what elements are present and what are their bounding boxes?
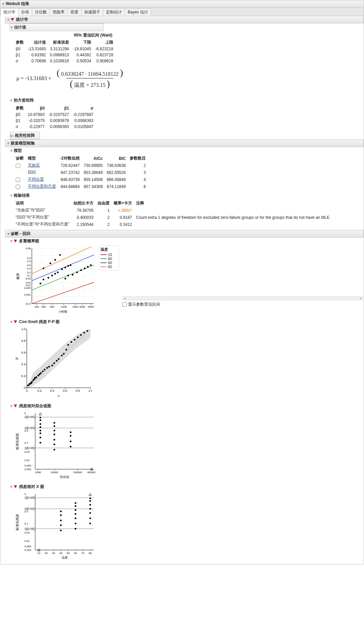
resid-x-chart[interactable]: Q[0.95]Q[0.50]Q[0.05]10203040506070800.0… (15, 492, 363, 559)
svg-text:0.005: 0.005 (24, 287, 31, 290)
svg-text:Q[0.95]: Q[0.95] (24, 415, 35, 419)
disclosure-icon[interactable] (7, 141, 9, 145)
tab-2[interactable]: 分位数 (32, 8, 50, 16)
svg-point-198 (89, 523, 91, 524)
svg-point-147 (40, 419, 41, 421)
svg-point-154 (54, 425, 55, 427)
tab-1[interactable]: 分布 (18, 8, 32, 16)
svg-text:0.2: 0.2 (38, 389, 42, 392)
coxsnell-chart[interactable]: 000.20.20.40.40.60.60.80.81.01.0uP (15, 327, 363, 398)
svg-text:P: P (15, 357, 19, 360)
resid-x-title: 残差相对 X 图 (19, 484, 44, 490)
disclosure-icon[interactable] (10, 193, 12, 198)
svg-point-105 (86, 330, 88, 332)
svg-point-33 (64, 278, 66, 279)
diag-title: 诊断 - 回归 (11, 231, 31, 237)
coxsnell-header: Cox-Snell 残差 P-P 图 (10, 318, 364, 325)
show-ci-checkbox[interactable]: 显示参数置信区间 (122, 302, 363, 307)
resid-fit-title: 残差相对拟合值图 (19, 403, 51, 409)
hotspot-icon[interactable] (11, 18, 14, 21)
disclosure-icon[interactable] (11, 133, 13, 138)
cov-header: 协方差矩阵 (10, 97, 364, 104)
hotspot-icon[interactable] (14, 485, 17, 488)
svg-point-155 (54, 422, 55, 424)
show-ci-input[interactable] (122, 302, 127, 307)
svg-point-201 (89, 508, 91, 510)
svg-text:0.8: 0.8 (76, 389, 80, 392)
disclosure-icon[interactable] (10, 98, 12, 103)
svg-point-24 (43, 278, 44, 280)
tab-0[interactable]: 统计学 (0, 8, 18, 16)
svg-point-195 (75, 509, 76, 511)
disclosure-icon[interactable] (10, 485, 12, 489)
disclosure-icon[interactable] (7, 232, 9, 236)
model-link[interactable]: 无效应 (28, 163, 40, 168)
svg-point-44 (59, 254, 61, 256)
svg-text:100000: 100000 (73, 471, 82, 474)
svg-point-102 (77, 336, 79, 338)
svg-text:2000: 2000 (35, 471, 41, 474)
svg-text:Q[0.05]: Q[0.05] (24, 527, 35, 531)
disclosure-icon[interactable] (10, 404, 12, 408)
svg-point-85 (38, 375, 39, 376)
svg-point-28 (57, 271, 59, 273)
disclosure-icon[interactable] (11, 25, 13, 29)
svg-text:0.005: 0.005 (24, 545, 32, 548)
tab-3[interactable]: 危险率 (50, 8, 68, 16)
disclosure-icon[interactable] (7, 17, 9, 22)
multi-prob-chart[interactable]: 20030050010002000300050001e-40.0010.0050… (15, 247, 96, 314)
svg-point-29 (61, 268, 63, 270)
models-header: 模型 (10, 147, 364, 154)
svg-text:拟合值: 拟合值 (60, 475, 69, 479)
svg-point-190 (60, 510, 62, 512)
tab-5[interactable]: 加速因子 (81, 8, 103, 16)
model-link[interactable]: 不同位置 (28, 177, 44, 182)
svg-text:0.5: 0.5 (24, 429, 28, 432)
tab-6[interactable]: 定制估计 (103, 8, 125, 16)
corr-header[interactable]: 相关性矩阵 (10, 132, 40, 139)
tab-bar: 统计学分布分位数危险率密度加速因子定制估计Bayes 估计 (0, 8, 364, 16)
svg-point-191 (75, 528, 76, 530)
svg-point-25 (48, 277, 49, 278)
svg-text:小时数: 小时数 (58, 310, 67, 313)
svg-text:0.005: 0.005 (24, 464, 32, 467)
tests-title: 检验结果 (14, 193, 30, 198)
diag-header: 诊断 - 回归 (5, 230, 364, 238)
h-scrollbar[interactable] (122, 296, 363, 300)
resid-fit-chart[interactable]: Q[0.95]Q[0.50]Q[0.05]2000100001000004000… (15, 412, 363, 479)
estimates-header: 估计值 (10, 23, 104, 31)
weibull-results-panel: Weibull 结果 统计学分布分位数危险率密度加速因子定制估计Bayes 估计… (0, 0, 364, 564)
corr-title: 相关性矩阵 (15, 133, 35, 138)
disclosure-icon[interactable] (10, 148, 12, 153)
disclosure-icon[interactable] (10, 239, 12, 243)
estimates-table: 95% 置信区间 (Wald) 参数估计值标准误差下限上限 β0-13.3168… (15, 32, 117, 64)
svg-point-203 (89, 500, 91, 502)
tab-7[interactable]: Bayes 估计 (125, 8, 151, 16)
svg-text:0.1: 0.1 (24, 522, 28, 525)
diag-checkbox[interactable] (16, 178, 20, 182)
tab-4[interactable]: 密度 (67, 8, 81, 16)
disclosure-icon[interactable] (2, 2, 4, 6)
nested-title: 嵌套模型检验 (11, 140, 35, 146)
svg-text:1000: 1000 (61, 305, 67, 308)
svg-text:0: 0 (24, 386, 25, 389)
svg-point-94 (56, 360, 58, 362)
svg-point-35 (72, 274, 73, 275)
model-link[interactable]: 不同位置和尺度 (28, 184, 56, 189)
diag-checkbox[interactable] (16, 164, 20, 168)
disclosure-icon[interactable] (10, 320, 12, 324)
svg-point-88 (42, 371, 44, 372)
svg-point-39 (87, 266, 89, 268)
legend: 温度 10406080 (99, 245, 119, 270)
svg-text:标准化残差: 标准化残差 (15, 433, 19, 450)
resid-fit-header: 残差相对拟合值图 (10, 402, 364, 410)
hotspot-icon[interactable] (14, 405, 17, 408)
svg-point-100 (71, 341, 72, 343)
hotspot-icon[interactable] (14, 320, 17, 323)
tests-header: 检验结果 (10, 192, 364, 199)
svg-text:20: 20 (45, 552, 48, 555)
svg-point-36 (76, 271, 78, 273)
diag-checkbox[interactable] (16, 185, 20, 189)
svg-point-187 (60, 524, 62, 526)
hotspot-icon[interactable] (14, 240, 17, 243)
